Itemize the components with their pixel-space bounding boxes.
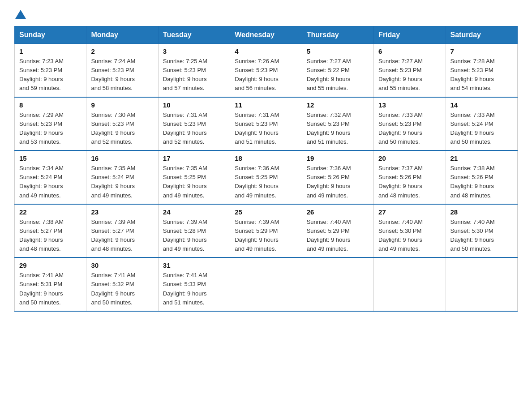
- day-info: Sunrise: 7:40 AMSunset: 5:30 PMDaylight:…: [450, 218, 513, 254]
- day-number: 31: [163, 261, 225, 269]
- day-number: 20: [378, 154, 441, 162]
- calendar-cell: [374, 257, 446, 311]
- calendar-cell: 14Sunrise: 7:33 AMSunset: 5:24 PMDayligh…: [446, 97, 517, 151]
- day-info: Sunrise: 7:40 AMSunset: 5:29 PMDaylight:…: [307, 218, 369, 254]
- calendar-cell: 23Sunrise: 7:39 AMSunset: 5:27 PMDayligh…: [86, 204, 158, 258]
- calendar-cell: 4Sunrise: 7:26 AMSunset: 5:23 PMDaylight…: [230, 44, 302, 97]
- day-number: 16: [91, 154, 153, 162]
- calendar-week-row: 1Sunrise: 7:23 AMSunset: 5:23 PMDaylight…: [15, 44, 518, 97]
- calendar-cell: 1Sunrise: 7:23 AMSunset: 5:23 PMDaylight…: [15, 44, 86, 97]
- calendar-cell: 8Sunrise: 7:29 AMSunset: 5:23 PMDaylight…: [15, 97, 86, 151]
- day-info: Sunrise: 7:33 AMSunset: 5:23 PMDaylight:…: [378, 111, 441, 147]
- day-number: 14: [450, 101, 513, 109]
- day-info: Sunrise: 7:33 AMSunset: 5:24 PMDaylight:…: [450, 111, 513, 147]
- calendar-cell: 20Sunrise: 7:37 AMSunset: 5:26 PMDayligh…: [374, 150, 446, 204]
- day-number: 11: [235, 101, 297, 109]
- day-number: 27: [378, 208, 441, 216]
- calendar-cell: 29Sunrise: 7:41 AMSunset: 5:31 PMDayligh…: [15, 257, 86, 311]
- day-info: Sunrise: 7:32 AMSunset: 5:23 PMDaylight:…: [307, 111, 369, 147]
- day-info: Sunrise: 7:25 AMSunset: 5:23 PMDaylight:…: [163, 57, 225, 93]
- day-info: Sunrise: 7:35 AMSunset: 5:24 PMDaylight:…: [91, 164, 153, 200]
- day-number: 25: [235, 208, 297, 216]
- day-number: 3: [163, 47, 225, 55]
- day-info: Sunrise: 7:39 AMSunset: 5:29 PMDaylight:…: [235, 218, 297, 254]
- day-number: 2: [91, 47, 153, 55]
- calendar-week-row: 22Sunrise: 7:38 AMSunset: 5:27 PMDayligh…: [15, 204, 518, 258]
- calendar-cell: 28Sunrise: 7:40 AMSunset: 5:30 PMDayligh…: [446, 204, 517, 258]
- day-info: Sunrise: 7:41 AMSunset: 5:31 PMDaylight:…: [19, 271, 82, 307]
- calendar-cell: 16Sunrise: 7:35 AMSunset: 5:24 PMDayligh…: [86, 150, 158, 204]
- day-number: 28: [450, 208, 513, 216]
- day-number: 6: [378, 47, 441, 55]
- day-number: 7: [450, 47, 513, 55]
- calendar-cell: 6Sunrise: 7:27 AMSunset: 5:23 PMDaylight…: [374, 44, 446, 97]
- day-info: Sunrise: 7:24 AMSunset: 5:23 PMDaylight:…: [91, 57, 153, 93]
- calendar-week-row: 29Sunrise: 7:41 AMSunset: 5:31 PMDayligh…: [15, 257, 518, 311]
- calendar-cell: 10Sunrise: 7:31 AMSunset: 5:23 PMDayligh…: [158, 97, 230, 151]
- day-info: Sunrise: 7:30 AMSunset: 5:23 PMDaylight:…: [91, 111, 153, 147]
- calendar-cell: 12Sunrise: 7:32 AMSunset: 5:23 PMDayligh…: [302, 97, 373, 151]
- logo: [14, 11, 27, 18]
- day-info: Sunrise: 7:35 AMSunset: 5:25 PMDaylight:…: [163, 164, 225, 200]
- calendar-cell: 31Sunrise: 7:41 AMSunset: 5:33 PMDayligh…: [158, 257, 230, 311]
- day-number: 19: [307, 154, 369, 162]
- day-info: Sunrise: 7:38 AMSunset: 5:27 PMDaylight:…: [19, 218, 82, 254]
- day-info: Sunrise: 7:41 AMSunset: 5:33 PMDaylight:…: [163, 271, 225, 307]
- day-number: 30: [91, 261, 153, 269]
- day-number: 26: [307, 208, 369, 216]
- day-number: 21: [450, 154, 513, 162]
- calendar-cell: 25Sunrise: 7:39 AMSunset: 5:29 PMDayligh…: [230, 204, 302, 258]
- calendar-cell: 19Sunrise: 7:36 AMSunset: 5:26 PMDayligh…: [302, 150, 373, 204]
- calendar-cell: [446, 257, 517, 311]
- day-number: 12: [307, 101, 369, 109]
- calendar-cell: 26Sunrise: 7:40 AMSunset: 5:29 PMDayligh…: [302, 204, 373, 258]
- calendar-cell: 17Sunrise: 7:35 AMSunset: 5:25 PMDayligh…: [158, 150, 230, 204]
- calendar-cell: [230, 257, 302, 311]
- day-number: 9: [91, 101, 153, 109]
- day-number: 24: [163, 208, 225, 216]
- calendar-cell: 3Sunrise: 7:25 AMSunset: 5:23 PMDaylight…: [158, 44, 230, 97]
- calendar-cell: 15Sunrise: 7:34 AMSunset: 5:24 PMDayligh…: [15, 150, 86, 204]
- calendar-cell: 2Sunrise: 7:24 AMSunset: 5:23 PMDaylight…: [86, 44, 158, 97]
- calendar-cell: 22Sunrise: 7:38 AMSunset: 5:27 PMDayligh…: [15, 204, 86, 258]
- day-number: 15: [19, 154, 82, 162]
- calendar-cell: 30Sunrise: 7:41 AMSunset: 5:32 PMDayligh…: [86, 257, 158, 311]
- calendar-cell: 24Sunrise: 7:39 AMSunset: 5:28 PMDayligh…: [158, 204, 230, 258]
- day-info: Sunrise: 7:27 AMSunset: 5:22 PMDaylight:…: [307, 57, 369, 93]
- day-info: Sunrise: 7:36 AMSunset: 5:25 PMDaylight:…: [235, 164, 297, 200]
- day-info: Sunrise: 7:40 AMSunset: 5:30 PMDaylight:…: [378, 218, 441, 254]
- calendar-cell: 27Sunrise: 7:40 AMSunset: 5:30 PMDayligh…: [374, 204, 446, 258]
- day-number: 8: [19, 101, 82, 109]
- day-number: 29: [19, 261, 82, 269]
- calendar-week-row: 15Sunrise: 7:34 AMSunset: 5:24 PMDayligh…: [15, 150, 518, 204]
- calendar-table: SundayMondayTuesdayWednesdayThursdayFrid…: [14, 26, 518, 312]
- day-number: 18: [235, 154, 297, 162]
- weekday-header-wednesday: Wednesday: [230, 26, 302, 44]
- day-info: Sunrise: 7:37 AMSunset: 5:26 PMDaylight:…: [378, 164, 441, 200]
- day-number: 4: [235, 47, 297, 55]
- weekday-header-row: SundayMondayTuesdayWednesdayThursdayFrid…: [15, 26, 518, 44]
- day-number: 17: [163, 154, 225, 162]
- day-info: Sunrise: 7:23 AMSunset: 5:23 PMDaylight:…: [19, 57, 82, 93]
- day-number: 10: [163, 101, 225, 109]
- day-info: Sunrise: 7:27 AMSunset: 5:23 PMDaylight:…: [378, 57, 441, 93]
- calendar-cell: [302, 257, 373, 311]
- day-info: Sunrise: 7:39 AMSunset: 5:27 PMDaylight:…: [91, 218, 153, 254]
- logo-triangle-icon: [15, 10, 26, 19]
- calendar-cell: 13Sunrise: 7:33 AMSunset: 5:23 PMDayligh…: [374, 97, 446, 151]
- page-header: [14, 11, 518, 18]
- calendar-week-row: 8Sunrise: 7:29 AMSunset: 5:23 PMDaylight…: [15, 97, 518, 151]
- day-info: Sunrise: 7:28 AMSunset: 5:23 PMDaylight:…: [450, 57, 513, 93]
- day-info: Sunrise: 7:31 AMSunset: 5:23 PMDaylight:…: [235, 111, 297, 147]
- calendar-cell: 21Sunrise: 7:38 AMSunset: 5:26 PMDayligh…: [446, 150, 517, 204]
- day-info: Sunrise: 7:38 AMSunset: 5:26 PMDaylight:…: [450, 164, 513, 200]
- calendar-cell: 11Sunrise: 7:31 AMSunset: 5:23 PMDayligh…: [230, 97, 302, 151]
- calendar-cell: 9Sunrise: 7:30 AMSunset: 5:23 PMDaylight…: [86, 97, 158, 151]
- weekday-header-thursday: Thursday: [302, 26, 373, 44]
- day-info: Sunrise: 7:34 AMSunset: 5:24 PMDaylight:…: [19, 164, 82, 200]
- weekday-header-sunday: Sunday: [15, 26, 86, 44]
- weekday-header-tuesday: Tuesday: [158, 26, 230, 44]
- day-number: 5: [307, 47, 369, 55]
- weekday-header-friday: Friday: [374, 26, 446, 44]
- day-info: Sunrise: 7:31 AMSunset: 5:23 PMDaylight:…: [163, 111, 225, 147]
